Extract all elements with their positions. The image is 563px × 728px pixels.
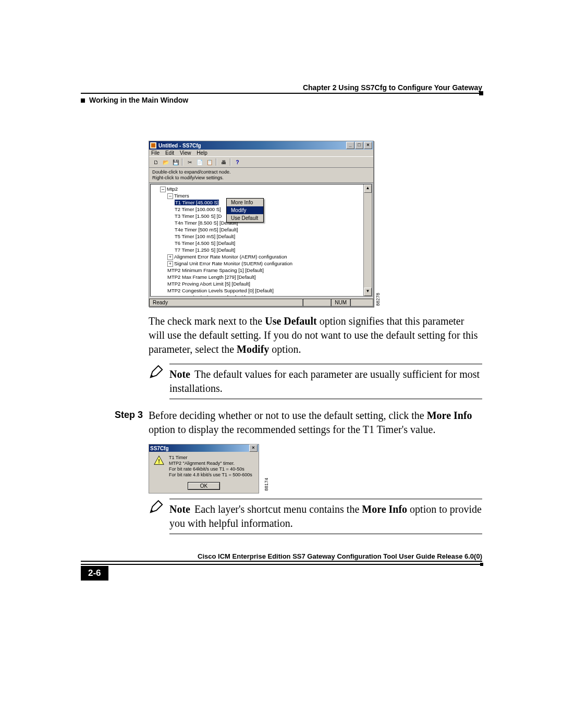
- app-icon: [150, 142, 156, 149]
- pencil-icon: [149, 499, 169, 516]
- tree-t3[interactable]: T3 Timer [1.500 S] [D: [175, 213, 372, 219]
- menubar: File Edit View Help: [149, 150, 373, 156]
- menu-view[interactable]: View: [180, 150, 191, 156]
- tree-mtp2[interactable]: Mtp2: [167, 186, 178, 192]
- note-text: The default values for each parameter ar…: [169, 368, 480, 394]
- ctx-use-default[interactable]: Use Default: [227, 214, 263, 222]
- scroll-up-icon[interactable]: ▲: [364, 184, 372, 193]
- tree-t6[interactable]: T6 Timer [4.500 S] [Default]: [175, 240, 372, 246]
- section-square-icon: [81, 98, 85, 103]
- open-icon[interactable]: 📂: [161, 158, 170, 166]
- statusbar: Ready NUM: [149, 298, 373, 306]
- close-button[interactable]: ×: [364, 142, 372, 149]
- svg-text:!: !: [158, 458, 160, 464]
- scrollbar[interactable]: ▲ ▼: [363, 184, 372, 296]
- note-2: NoteEach layer's shortcut menu contains …: [149, 499, 482, 534]
- svg-rect-1: [151, 143, 155, 147]
- tree-t5[interactable]: T5 Timer [100 mS] [Default]: [175, 233, 372, 240]
- tree-t4n[interactable]: T4n Timer [8.500 S] [Default]: [175, 219, 372, 226]
- dialog-close-button[interactable]: ×: [249, 445, 258, 452]
- pencil-icon: [149, 364, 169, 381]
- dialog-text: T1 Timer MTP2 "Alignment Ready" timer. F…: [169, 455, 252, 478]
- chapter-header: Chapter 2 Using SS7Cfg to Configure Your…: [81, 83, 482, 92]
- figure-number-1: 88278: [375, 292, 494, 306]
- tree-t4e[interactable]: T4e Timer [500 mS] [Default]: [175, 226, 372, 233]
- cut-icon[interactable]: ✂: [185, 158, 194, 166]
- dialog-titlebar[interactable]: SS7Cfg ×: [149, 445, 259, 452]
- help-icon[interactable]: ?: [233, 158, 242, 166]
- hint-line-1: Double-click to expand/contract node.: [152, 169, 370, 175]
- step-3: Step 3 Before deciding whether or not to…: [115, 409, 482, 437]
- note-label: Note: [169, 503, 190, 515]
- toolbar: 🗋 📂 💾 ✂ 📄 📋 🖶 ?: [149, 156, 373, 168]
- footer-title: Cisco ICM Enterprise Edition SS7 Gateway…: [81, 552, 482, 562]
- header-square-icon: [479, 91, 483, 95]
- tree-mfs[interactable]: MTP2 Minimum Frame Spacing [1] [Default]: [167, 267, 372, 274]
- ss7cfg-dialog: SS7Cfg × ! T1 Timer MTP2 "Alignment Read…: [149, 444, 259, 493]
- context-menu: More Info Modify Use Default: [226, 198, 264, 223]
- paragraph-1: The check mark next to the Use Default o…: [149, 314, 482, 356]
- tree-timers[interactable]: Timers: [174, 193, 189, 199]
- maximize-button[interactable]: □: [355, 142, 363, 149]
- warning-icon: !: [153, 455, 165, 466]
- window-title: Untitled - SS7Cfg: [158, 143, 201, 149]
- tree-t1-selected[interactable]: T1 Timer [45.000 S]: [175, 200, 219, 205]
- print-icon[interactable]: 🖶: [219, 158, 228, 166]
- titlebar[interactable]: Untitled - SS7Cfg _ □ ×: [149, 141, 373, 150]
- minimize-button[interactable]: _: [346, 142, 354, 149]
- ctx-modify[interactable]: Modify: [227, 206, 263, 214]
- paste-icon[interactable]: 📋: [205, 158, 214, 166]
- status-num: NUM: [331, 299, 350, 306]
- footer-marker-icon: [480, 563, 483, 566]
- menu-edit[interactable]: Edit: [165, 150, 174, 156]
- copy-icon[interactable]: 📄: [195, 158, 204, 166]
- ss7cfg-window: Untitled - SS7Cfg _ □ × File Edit View H…: [149, 141, 374, 307]
- menu-file[interactable]: File: [151, 150, 160, 156]
- hint-line-2: Right-click to modify/view settings.: [152, 175, 370, 181]
- step-label: Step 3: [115, 409, 149, 437]
- section-header: Working in the Main Window: [81, 96, 482, 104]
- dialog-title: SS7Cfg: [150, 446, 169, 451]
- ctx-more-info[interactable]: More Info: [227, 199, 263, 206]
- new-icon[interactable]: 🗋: [151, 158, 160, 166]
- tree-t2[interactable]: T2 Timer [100.000 S]: [175, 206, 372, 213]
- header-rule: [81, 93, 482, 94]
- hint-area: Double-click to expand/contract node. Ri…: [149, 168, 373, 183]
- tree-pal[interactable]: MTP2 Proving Abort Limit [5] [Default]: [167, 280, 372, 287]
- tree-mfl[interactable]: MTP2 Max Frame Length [279] [Default]: [167, 274, 372, 280]
- figure-number-2: 88174: [264, 478, 269, 491]
- tree-t7[interactable]: T7 Timer [1.250 S] [Default]: [175, 246, 372, 253]
- scroll-down-icon[interactable]: ▼: [364, 288, 372, 296]
- tree-view[interactable]: –Mtp2 –Timers T1 Timer [45.000 S] T2 Tim…: [150, 184, 372, 297]
- menu-help[interactable]: Help: [197, 150, 207, 156]
- status-ready: Ready: [149, 299, 303, 306]
- tree-cls[interactable]: MTP2 Congestion Levels Supported [0] [De…: [167, 287, 372, 294]
- note-label: Note: [169, 368, 190, 380]
- tree-suerm[interactable]: Signal Unit Error Rate Monitor (SUERM) c…: [174, 261, 292, 266]
- tree-aerm[interactable]: Alignment Error Rate Monitor (AERM) conf…: [174, 254, 287, 260]
- page-number: 2-6: [81, 566, 108, 581]
- save-icon[interactable]: 💾: [171, 158, 180, 166]
- note-1: NoteThe default values for each paramete…: [149, 364, 482, 399]
- page-footer: Cisco ICM Enterprise Edition SS7 Gateway…: [81, 552, 482, 581]
- tree-ncs[interactable]: Use Network Clock source [Default]: [167, 294, 372, 297]
- ok-button[interactable]: OK: [188, 482, 220, 490]
